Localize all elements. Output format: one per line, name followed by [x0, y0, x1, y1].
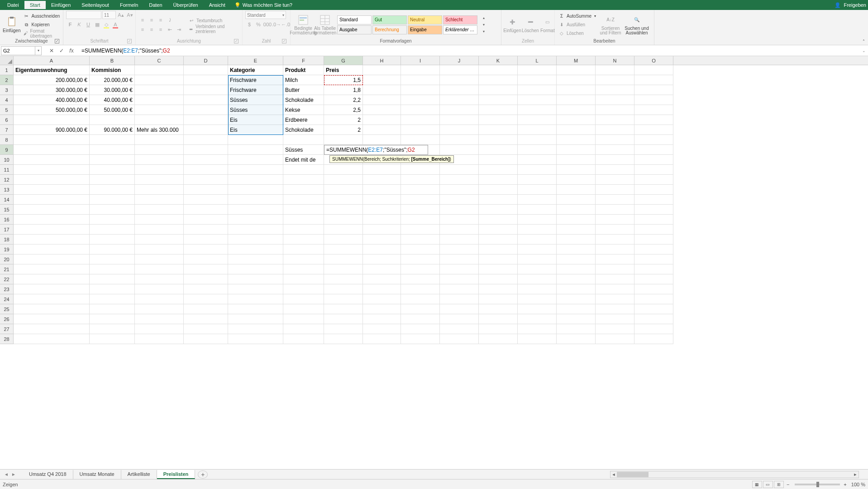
cell-M13[interactable] [557, 185, 596, 195]
cell-G13[interactable] [324, 185, 363, 195]
cell-B23[interactable] [90, 284, 135, 294]
cell-N18[interactable] [596, 235, 634, 244]
cell-M12[interactable] [557, 175, 596, 185]
cell-H15[interactable] [363, 205, 401, 215]
cell-E4[interactable]: Süsses [228, 95, 283, 105]
cell-G19[interactable] [324, 244, 363, 254]
row-header-2[interactable]: 2 [0, 75, 14, 85]
cell-G15[interactable] [324, 205, 363, 215]
formula-input[interactable]: =SUMMEWENN(E2:E7;"Süsses";G2 [80, 47, 860, 55]
enter-formula-button[interactable]: ✓ [57, 46, 66, 55]
cell-L25[interactable] [518, 304, 557, 314]
cell-D15[interactable] [184, 205, 228, 215]
cell-L8[interactable] [518, 135, 557, 145]
cell-B5[interactable]: 50.000,00 € [90, 105, 135, 115]
cell-J4[interactable] [440, 95, 479, 105]
cell-K27[interactable] [479, 324, 518, 334]
col-header-O[interactable]: O [634, 56, 673, 65]
cell-E18[interactable] [228, 235, 283, 244]
tab-ansicht[interactable]: Ansicht [204, 1, 231, 9]
cell-L19[interactable] [518, 244, 557, 254]
cell-B21[interactable] [90, 264, 135, 274]
cell-G21[interactable] [324, 264, 363, 274]
cell-O10[interactable] [634, 155, 673, 165]
cell-K24[interactable] [479, 294, 518, 304]
cell-C19[interactable] [135, 244, 184, 254]
cell-A5[interactable]: 500.000,00 € [14, 105, 90, 115]
cell-M14[interactable] [557, 195, 596, 205]
cut-button[interactable]: ✂Ausschneiden [22, 12, 61, 20]
cell-D9[interactable] [184, 145, 228, 155]
cell-L14[interactable] [518, 195, 557, 205]
cell-I12[interactable] [401, 175, 440, 185]
cell-J15[interactable] [440, 205, 479, 215]
cell-A1[interactable]: Eigentumswohnung [14, 65, 90, 75]
cell-C7[interactable]: Mehr als 300.000 [135, 125, 184, 135]
row-header-16[interactable]: 16 [0, 215, 14, 225]
cell-C13[interactable] [135, 185, 184, 195]
cell-D25[interactable] [184, 304, 228, 314]
cell-D11[interactable] [184, 165, 228, 175]
indent-decrease-button[interactable]: ⇤ [166, 25, 174, 34]
row-header-27[interactable]: 27 [0, 324, 14, 334]
cell-I20[interactable] [401, 254, 440, 264]
cell-D19[interactable] [184, 244, 228, 254]
cell-B19[interactable] [90, 244, 135, 254]
cell-H1[interactable] [363, 65, 401, 75]
cell-D7[interactable] [184, 125, 228, 135]
style-standard[interactable]: Standard [337, 15, 372, 24]
conditional-format-button[interactable]: Bedingte Formatierung [293, 11, 313, 38]
zoom-value[interactable]: 100 % [851, 482, 865, 487]
col-header-L[interactable]: L [518, 56, 557, 65]
cell-K1[interactable] [479, 65, 518, 75]
cell-D4[interactable] [184, 95, 228, 105]
cell-K13[interactable] [479, 185, 518, 195]
cell-E16[interactable] [228, 215, 283, 225]
cell-J22[interactable] [440, 274, 479, 284]
cell-C25[interactable] [135, 304, 184, 314]
cell-F15[interactable] [283, 205, 324, 215]
cell-F3[interactable]: Butter [283, 85, 324, 95]
cell-O12[interactable] [634, 175, 673, 185]
cell-O22[interactable] [634, 274, 673, 284]
cell-N19[interactable] [596, 244, 634, 254]
view-page-break-button[interactable]: ⊞ [774, 481, 784, 488]
cell-M16[interactable] [557, 215, 596, 225]
cell-N24[interactable] [596, 294, 634, 304]
cell-J9[interactable] [440, 145, 479, 155]
cell-O6[interactable] [634, 115, 673, 125]
cell-A28[interactable] [14, 334, 90, 344]
cell-B4[interactable]: 40.000,00 € [90, 95, 135, 105]
cell-D13[interactable] [184, 185, 228, 195]
cell-F25[interactable] [283, 304, 324, 314]
cell-C16[interactable] [135, 215, 184, 225]
cell-J24[interactable] [440, 294, 479, 304]
cell-E19[interactable] [228, 244, 283, 254]
cell-J7[interactable] [440, 125, 479, 135]
cell-L23[interactable] [518, 284, 557, 294]
col-header-N[interactable]: N [596, 56, 634, 65]
cell-I24[interactable] [401, 294, 440, 304]
cell-J11[interactable] [440, 165, 479, 175]
tab-einfuegen[interactable]: Einfügen [46, 1, 76, 9]
autosum-button[interactable]: ΣAutoSumme▾ [558, 12, 597, 20]
cell-C6[interactable] [135, 115, 184, 125]
cell-E5[interactable]: Süsses [228, 105, 283, 115]
copy-button[interactable]: ⧉Kopieren [22, 21, 61, 29]
zoom-handle[interactable] [816, 482, 819, 487]
cell-G1[interactable]: Preis [324, 65, 363, 75]
cell-C3[interactable] [135, 85, 184, 95]
view-normal-button[interactable]: ▦ [752, 481, 762, 488]
cell-J17[interactable] [440, 225, 479, 235]
cell-I13[interactable] [401, 185, 440, 195]
cell-C15[interactable] [135, 205, 184, 215]
sheet-tab-3[interactable]: Preislisten [157, 470, 196, 479]
clear-button[interactable]: ◇Löschen [558, 29, 597, 38]
cell-B14[interactable] [90, 195, 135, 205]
cell-I26[interactable] [401, 314, 440, 324]
row-header-23[interactable]: 23 [0, 284, 14, 294]
cell-N16[interactable] [596, 215, 634, 225]
shrink-font-button[interactable]: A▾ [126, 11, 134, 19]
col-header-B[interactable]: B [90, 56, 135, 65]
row-header-13[interactable]: 13 [0, 185, 14, 195]
